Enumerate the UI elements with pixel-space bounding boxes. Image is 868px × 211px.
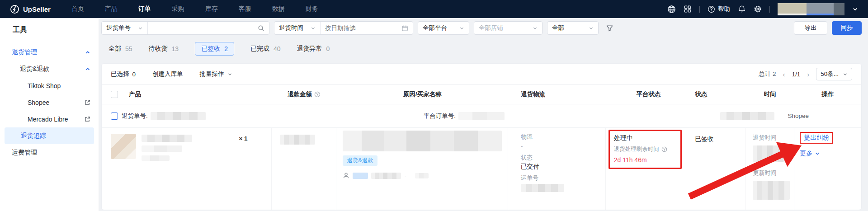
platform-order-blurred	[458, 112, 505, 120]
reason-text-blurred	[343, 131, 502, 151]
search-icon[interactable]	[253, 25, 269, 32]
sidebar-item-shopee[interactable]: Shopee	[0, 94, 99, 111]
sidebar-title: 工具	[0, 25, 99, 35]
return-time-blurred	[753, 145, 789, 162]
main-menu: 首页 产品 订单 采购 库存 客服 数据 财务	[71, 5, 318, 13]
calendar-icon[interactable]	[397, 25, 413, 32]
prev-page-button[interactable]: ‹	[783, 70, 785, 78]
page-size-select[interactable]: 50条...	[816, 68, 852, 80]
export-button[interactable]: 导出	[794, 21, 827, 35]
group-row-right: Shopee	[720, 112, 861, 120]
apps-grid-icon[interactable]	[684, 5, 692, 13]
navbar-right: 帮助	[667, 3, 858, 15]
tab-all[interactable]: 全部55	[108, 45, 132, 53]
next-page-button[interactable]: ›	[807, 70, 809, 78]
nav-item-purchasing[interactable]: 采购	[172, 5, 184, 13]
nav-item-orders[interactable]: 订单	[138, 5, 151, 13]
question-circle-icon[interactable]	[314, 91, 321, 98]
chevron-up-icon	[85, 50, 90, 55]
shop-select[interactable]: 全部店铺	[474, 21, 542, 35]
tab-pending-receipt[interactable]: 待收货13	[149, 45, 179, 53]
sync-button[interactable]: 同步	[832, 21, 862, 35]
annotation-red-box: 提出纠纷	[800, 132, 833, 144]
divider	[781, 113, 781, 119]
question-circle-icon	[708, 5, 715, 13]
return-time-label: 退货时间	[753, 134, 794, 142]
remaining-time-value: 2d 11h 46m	[614, 156, 676, 164]
col-time: 时间	[745, 90, 794, 98]
sidebar-item-mercado-libre[interactable]: Mercado Libre	[0, 111, 99, 127]
return-type-tag: 退货&退款	[343, 155, 377, 166]
col-status: 状态	[691, 90, 745, 98]
nav-item-data[interactable]: 数据	[272, 5, 285, 13]
nav-item-inventory[interactable]: 库存	[205, 5, 218, 13]
product-cell: × 1	[102, 128, 272, 210]
order-group-row: 退货单号: 平台订单号: Shopee	[102, 104, 861, 128]
refund-amount-cell	[272, 128, 337, 210]
sidebar-item-return-refund[interactable]: 退货&退款	[0, 61, 99, 77]
sidebar-item-return-tracking[interactable]: 退货追踪	[5, 127, 94, 144]
tab-signed[interactable]: 已签收2	[195, 42, 234, 56]
question-circle-icon[interactable]	[661, 146, 667, 152]
update-time-label: 更新时间	[753, 169, 794, 177]
nav-item-home[interactable]: 首页	[71, 5, 84, 13]
product-text-blurred	[142, 134, 192, 210]
col-reason-buyer: 原因/买家名称	[336, 90, 508, 98]
search-type-select[interactable]: 退货单号	[102, 24, 147, 32]
chevron-down-icon[interactable]	[852, 6, 858, 12]
blurred-block	[778, 14, 807, 15]
buyer-name-blurred	[371, 173, 401, 179]
search-input[interactable]	[148, 25, 253, 32]
person-icon[interactable]	[343, 172, 349, 179]
reason-buyer-cell: 退货&退款 -	[336, 128, 508, 210]
help-button[interactable]: 帮助	[708, 5, 730, 13]
filter-funnel-icon[interactable]	[606, 24, 613, 32]
time-cell: 退货时间 更新时间	[745, 128, 794, 210]
user-account-blurred[interactable]	[778, 3, 844, 15]
platform-status-cell: 处理中 退货处理剩余时间 2d 11h 46m	[606, 128, 692, 210]
external-link-icon[interactable]	[85, 116, 90, 122]
globe-icon[interactable]	[667, 5, 676, 14]
gear-icon[interactable]	[754, 5, 762, 13]
nav-item-service[interactable]: 客服	[239, 5, 251, 13]
return-order-row: × 1 退货&退款 -	[102, 128, 861, 210]
buyer-dash: -	[404, 172, 406, 179]
tab-completed[interactable]: 已完成40	[250, 45, 281, 53]
sidebar-item-return-management[interactable]: 退货管理	[0, 44, 99, 61]
sidebar-item-freight-management[interactable]: 运费管理	[0, 144, 99, 161]
chevron-down-icon	[589, 26, 594, 31]
raise-dispute-button[interactable]: 提出纠纷	[804, 134, 829, 141]
total-count: 总计 2	[759, 70, 776, 78]
batch-operations-dropdown[interactable]: 批量操作	[200, 70, 232, 78]
date-range-input[interactable]	[321, 25, 397, 32]
tab-return-abnormal[interactable]: 退货异常0	[297, 45, 330, 53]
brand[interactable]: UpSeller	[10, 5, 51, 14]
delivery-status-value: 已交付	[521, 164, 605, 170]
selected-count: 已选择 0	[111, 70, 136, 78]
status-select[interactable]: 全部	[547, 21, 599, 35]
divider	[769, 6, 770, 13]
remaining-time-label: 退货处理剩余时间	[614, 145, 659, 153]
row-checkbox[interactable]	[111, 113, 118, 120]
time-type-select[interactable]: 退货时间	[274, 24, 320, 32]
select-all-checkbox[interactable]	[111, 91, 118, 98]
chevron-down-icon	[843, 72, 848, 77]
receive-status: 已签收	[695, 136, 713, 142]
sidebar-item-tiktok-shop[interactable]: Tiktok Shop	[0, 77, 99, 94]
nav-item-products[interactable]: 产品	[105, 5, 118, 13]
top-navbar: UpSeller 首页 产品 订单 采购 库存 客服 数据 财务	[0, 0, 868, 18]
chevron-down-icon	[459, 26, 464, 31]
external-link-icon[interactable]	[85, 99, 90, 105]
quantity-label: × 1	[239, 134, 247, 210]
logistics-value: -	[521, 143, 605, 149]
platform-select[interactable]: 全部平台	[418, 21, 469, 35]
bell-icon[interactable]	[738, 5, 746, 13]
update-time-blurred	[753, 181, 790, 200]
waybill-label: 运单号	[521, 175, 605, 181]
create-inbound-button[interactable]: 创建入库单	[152, 70, 183, 78]
blurred-block	[807, 14, 834, 15]
nav-item-finance[interactable]: 财务	[306, 5, 318, 13]
status-tabs: 全部55 待收货13 已签收2 已完成40 退货异常0	[101, 39, 862, 59]
brand-name: UpSeller	[23, 5, 51, 13]
more-dropdown[interactable]: 更多	[800, 150, 861, 158]
